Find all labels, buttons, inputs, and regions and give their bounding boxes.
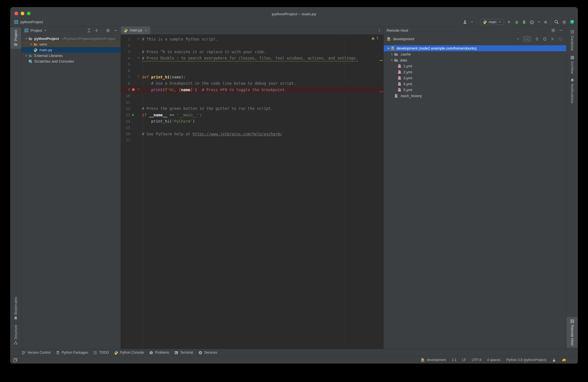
refresh-icon[interactable] <box>543 37 547 41</box>
editor-line-7[interactable]: 7def print_hi(name): <box>121 74 384 80</box>
editor-line-15[interactable]: 15 <box>121 124 384 131</box>
status-item[interactable] <box>562 358 567 362</box>
chevron-right-icon[interactable] <box>29 42 33 46</box>
tree-row[interactable]: YML2.yml <box>384 69 566 75</box>
web-server-settings-icon[interactable] <box>558 37 562 41</box>
line-number[interactable]: 11 <box>121 100 130 104</box>
hide-panel-icon[interactable] <box>559 28 563 32</box>
run-button[interactable] <box>507 20 511 24</box>
editor-line-1[interactable]: 1# This is a sample Python script. <box>121 36 384 42</box>
fold-marker-icon[interactable] <box>136 88 140 91</box>
settings-button[interactable] <box>562 20 567 24</box>
zoom-window-button[interactable] <box>27 12 31 15</box>
tab-main-py[interactable]: main.py ✕ <box>121 26 150 34</box>
tool-window-button-services[interactable]: Services <box>198 351 217 355</box>
gear-icon[interactable] <box>106 28 110 33</box>
run-gutter-icon[interactable] <box>130 113 136 117</box>
tree-row[interactable]: External Libraries <box>21 53 120 58</box>
editor-line-12[interactable]: 12# Press the green button in the gutter… <box>121 105 384 112</box>
fold-marker-icon[interactable] <box>136 75 140 78</box>
breakpoint-icon[interactable] <box>130 88 136 91</box>
tool-window-button-terminal[interactable]: Terminal <box>174 351 193 355</box>
line-number[interactable]: 1 <box>121 37 130 41</box>
coverage-button[interactable] <box>522 20 527 24</box>
tool-window-button-problems[interactable]: Problems <box>149 351 169 355</box>
tree-row[interactable]: YML1.yml <box>384 63 566 69</box>
tree-row[interactable]: ?.bash_history <box>384 93 566 99</box>
editor-line-2[interactable]: 2 <box>121 42 384 48</box>
profiler-button[interactable] <box>530 20 534 24</box>
status-item[interactable] <box>552 358 556 362</box>
line-number[interactable]: 15 <box>121 125 130 130</box>
gear-icon[interactable] <box>551 28 555 33</box>
status-item-1-1[interactable]: 1:1 <box>452 358 456 362</box>
stripe-tab-project[interactable]: Project <box>10 27 21 49</box>
line-number[interactable]: 10 <box>121 94 130 98</box>
fold-marker-icon[interactable] <box>136 57 140 60</box>
collapse-all-icon[interactable] <box>535 37 539 41</box>
title-bar[interactable]: pythonProject – main.py <box>10 7 578 18</box>
chevron-down-icon[interactable] <box>516 37 520 40</box>
editor-line-5[interactable]: 5 <box>121 61 384 67</box>
chevron-down-icon[interactable] <box>24 37 28 40</box>
tree-row[interactable]: main.py <box>21 47 120 53</box>
hide-panel-icon[interactable] <box>114 29 118 33</box>
tool-window-button-python-console[interactable]: Python Console <box>114 351 144 355</box>
tree-row[interactable]: pythonProject~/PycharmProjects/pythonPro… <box>21 36 120 41</box>
inspections-widget[interactable]: 1 <box>371 36 378 40</box>
editor-line-9[interactable]: 9 print(f'Hi, {name}') # Press ⌘F8 to to… <box>121 86 384 93</box>
server-select[interactable]: development <box>393 37 414 41</box>
status-item-lf[interactable]: LF <box>462 358 466 362</box>
chevron-down-icon[interactable] <box>470 20 473 24</box>
chevron-down-icon[interactable] <box>389 58 394 62</box>
tool-window-button-python-packages[interactable]: Python Packages <box>56 351 88 355</box>
tree-row[interactable]: .cache <box>384 51 566 57</box>
line-number[interactable]: 6 <box>121 69 130 73</box>
editor-line-17[interactable]: 17 <box>121 137 384 143</box>
stripe-tab-remote-host[interactable]: Remote Host <box>567 317 578 348</box>
editor-line-6[interactable]: 6 <box>121 67 384 74</box>
tree-row[interactable]: SFTPdevelopment (node2.example.com/home/… <box>384 45 566 51</box>
line-number[interactable]: 13 <box>121 113 130 117</box>
line-number[interactable]: 12 <box>121 106 130 111</box>
status-item-utf-8[interactable]: UTF-8 <box>472 358 481 362</box>
tree-row[interactable]: YML5.yml <box>384 87 566 93</box>
tool-window-button-version-control[interactable]: Version Control <box>21 351 51 355</box>
chevron-down-icon[interactable] <box>386 46 391 50</box>
tree-row[interactable]: YML4.yml <box>384 81 566 87</box>
tree-row[interactable]: venv <box>21 41 120 47</box>
tree-row[interactable]: YML3.yml <box>384 75 566 81</box>
tool-window-button-todo[interactable]: TODO <box>93 351 109 355</box>
line-number[interactable]: 14 <box>121 119 130 123</box>
fold-marker-icon[interactable] <box>136 38 140 41</box>
line-number[interactable]: 9 <box>121 88 130 92</box>
stripe-tab-structure[interactable]: Structure <box>10 323 21 347</box>
status-item-4-spaces[interactable]: 4 spaces <box>487 358 501 362</box>
run-configuration-select[interactable]: main <box>480 19 504 25</box>
editor-line-10[interactable]: 10 <box>121 93 384 99</box>
jetbrains-toolbox-icon[interactable] <box>570 20 574 24</box>
search-everywhere-button[interactable] <box>554 20 559 24</box>
chevron-down-icon[interactable] <box>537 20 540 24</box>
line-number[interactable]: 16 <box>121 132 130 136</box>
tool-window-switcher-icon[interactable] <box>13 358 18 362</box>
tab-options-kebab-icon[interactable] <box>377 26 381 34</box>
status-item-development[interactable]: SFTPdevelopment <box>421 358 446 362</box>
stripe-tab-bookmarks[interactable]: Bookmarks <box>10 294 21 323</box>
editor-line-14[interactable]: 14 print_hi('PyCharm') <box>121 118 384 124</box>
chevron-right-icon[interactable] <box>389 52 394 56</box>
close-tab-icon[interactable]: ✕ <box>145 29 147 32</box>
status-item-python-3-8-pythonproject-[interactable]: Python 3.8 (pythonProject) <box>506 358 546 362</box>
user-icon[interactable] <box>463 20 467 24</box>
editor-line-11[interactable]: 11 <box>121 99 384 105</box>
line-number[interactable]: 5 <box>121 62 130 67</box>
select-opened-file-icon[interactable] <box>87 28 91 33</box>
line-number[interactable]: 8 <box>121 81 130 86</box>
editor-line-4[interactable]: 4# Press Double ⇧ to search everywhere f… <box>121 55 384 61</box>
line-number[interactable]: 2 <box>121 43 130 48</box>
browse-button[interactable]: ... <box>523 36 531 42</box>
stripe-tab-database[interactable]: Database <box>567 27 578 53</box>
line-number[interactable]: 17 <box>121 138 130 142</box>
editor-line-8[interactable]: 8 # Use a breakpoint in the code line be… <box>121 80 384 86</box>
editor-line-13[interactable]: 13if __name__ == '__main__': <box>121 112 384 118</box>
